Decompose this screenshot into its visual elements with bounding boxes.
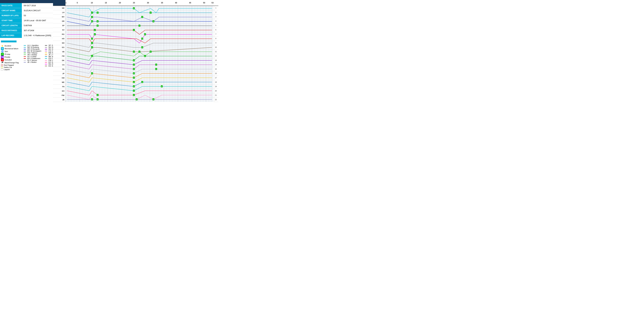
- right-num: 20: [213, 89, 218, 93]
- row-label: MV: [53, 15, 66, 19]
- svg-text:P: P: [139, 51, 140, 53]
- row-label: DR: [53, 19, 66, 23]
- svg-text:P: P: [133, 68, 134, 70]
- svg-text:P: P: [92, 99, 92, 100]
- key-section: ⭐ Accident M Mechanical failure 🌀 Spin P…: [0, 40, 53, 71]
- svg-text:P: P: [92, 38, 92, 40]
- key-penalty-label: Penalty: [4, 56, 10, 58]
- svg-text:P: P: [92, 12, 92, 14]
- key-mechanical: M Mechanical failure: [1, 47, 21, 50]
- penalty-icon: P⬟: [1, 56, 4, 58]
- info-row: CIRCUIT LENGTH: 5.807KM: [0, 23, 53, 28]
- svg-text:P: P: [94, 29, 95, 31]
- lap-tick: 35: [161, 0, 163, 5]
- svg-text:P: P: [161, 86, 162, 87]
- lap-tick: 20: [119, 0, 121, 5]
- svg-text:P: P: [92, 16, 92, 18]
- key-accident-label: Accident: [4, 45, 11, 47]
- grid-label: [53, 0, 66, 5]
- right-numbers: 12345678910111213141516171819202122: [213, 6, 218, 102]
- info-row: RACE DISTANCE: 307.471KM: [0, 28, 53, 33]
- key-driver-item: MV: M Verstappen: [24, 50, 42, 52]
- svg-text:P: P: [97, 94, 98, 96]
- lap-tick: 10: [91, 0, 93, 5]
- key-driver-item: KR: K Raikkonen: [24, 57, 42, 59]
- row-label: RG: [53, 32, 66, 36]
- svg-text:P: P: [133, 81, 134, 83]
- key-safetycar-label: Safety Car: [4, 66, 12, 68]
- key-driver-item: VB: V Bottas: [24, 54, 42, 56]
- info-value: 53: [22, 13, 53, 18]
- info-label: NUMBER OF LAPS:: [0, 13, 22, 18]
- right-num: 17: [213, 76, 218, 80]
- svg-text:P: P: [156, 68, 156, 70]
- row-label: PW: [53, 93, 66, 97]
- svg-text:P: P: [150, 51, 151, 53]
- right-num: 13: [213, 58, 218, 63]
- right-num: 16: [213, 71, 218, 76]
- key-mechanical-label: Mechanical failure: [4, 48, 18, 49]
- svg-text:P: P: [92, 21, 92, 22]
- lap-tick: 40: [175, 0, 177, 5]
- row-label: CS: [53, 63, 66, 67]
- key-redflag-label: Red Flagged: [4, 64, 14, 66]
- info-row: NUMBER OF LAPS: 53: [0, 13, 53, 18]
- right-num: 9: [213, 41, 218, 45]
- row-label: KM: [53, 76, 66, 80]
- key-excluded: E Excluded: [1, 58, 21, 61]
- row-label: FN: [53, 84, 66, 89]
- chart-grid: PPPPPPPPPPPPPPPPPPPPPPPPPPPPPPPPPPPPPPPP…: [66, 6, 213, 102]
- svg-text:P: P: [150, 12, 151, 14]
- row-label: SV: [53, 28, 66, 32]
- key-driver-item: LH: L Hamilton: [24, 44, 42, 46]
- info-value: 09 OCT 2016: [22, 3, 53, 8]
- right-num: 4: [213, 19, 218, 23]
- lap-tick: 15: [105, 0, 107, 5]
- info-label: CIRCUIT LENGTH:: [0, 23, 22, 28]
- key-spin-label: Spin: [4, 50, 8, 52]
- info-label: RACE DISTANCE:: [0, 28, 22, 33]
- right-num: 19: [213, 84, 218, 89]
- row-label: NR: [53, 6, 66, 10]
- right-num: 14: [213, 63, 218, 67]
- info-value: 5.807KM: [22, 23, 53, 28]
- key-lapped: Lapped: [1, 68, 21, 71]
- mechanical-icon: M: [1, 47, 4, 50]
- row-label: JB: [53, 97, 66, 102]
- lap-tick: 1: [66, 0, 66, 5]
- right-num: 2: [213, 10, 218, 15]
- key-pitstop: P Pit stop: [1, 53, 21, 56]
- svg-text:P: P: [136, 99, 137, 100]
- svg-text:P: P: [133, 51, 134, 53]
- right-num: 6: [213, 28, 218, 32]
- key-safetycar: Safety Car: [1, 66, 21, 68]
- row-label: SP: [53, 23, 66, 28]
- right-num: 11: [213, 49, 218, 54]
- key-lapped-label: Lapped: [4, 68, 10, 70]
- right-num: 10: [213, 45, 218, 49]
- key-pitstop-label: Pit stop: [4, 53, 10, 55]
- svg-text:P: P: [97, 21, 98, 22]
- row-label: ME: [53, 80, 66, 84]
- key-blackflag: 🏴 Black/Orange Flag: [1, 61, 21, 64]
- svg-text:P: P: [94, 34, 95, 35]
- lapped-box: [1, 68, 3, 71]
- info-value: 14:00 Local - 05:00 GMT: [22, 18, 53, 23]
- svg-text:P: P: [133, 8, 134, 9]
- key-penalty: P⬟ Penalty: [1, 56, 21, 58]
- info-label: RACE DATE:: [0, 3, 22, 8]
- key-driver-item: JB: J Button: [24, 61, 42, 63]
- row-label: VB: [53, 49, 66, 54]
- right-num: 22: [213, 97, 218, 102]
- info-value: 1:31.540 - K Raikkonen [2005]: [22, 33, 53, 38]
- row-labels: NRLHMVDRSPSVRGKRNHEGVBFMDKCSFAJPKMMEFNEO…: [53, 6, 66, 102]
- svg-text:P: P: [133, 64, 134, 66]
- svg-text:P: P: [133, 94, 134, 96]
- key-driver-item: DR: D Ricciardo: [24, 48, 42, 50]
- svg-text:P: P: [142, 16, 143, 18]
- left-panel: RACE DATE: 09 OCT 2016 CIRCUIT NAME: SUZ…: [0, 0, 53, 102]
- lap-tick: 53: [212, 0, 214, 5]
- info-label: LAP RECORD:: [0, 33, 22, 38]
- lap-tick: 50: [203, 0, 205, 5]
- info-row: START TIME 14:00 Local - 05:00 GMT: [0, 18, 53, 23]
